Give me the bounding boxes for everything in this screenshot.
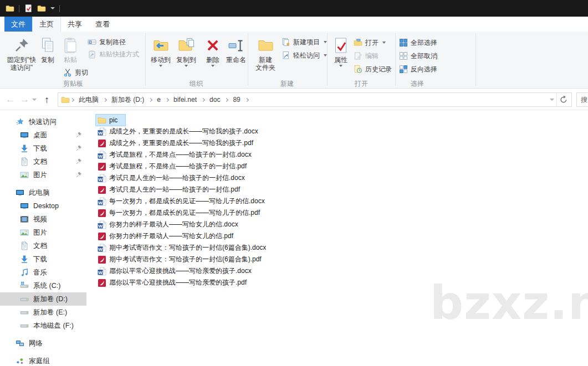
qat-customize-chevron-icon[interactable] [50,7,55,9]
file-row[interactable]: 期中考试寄语作文：写给孩子的一封信(6篇合集).docx [86,242,588,254]
sidebar-item-quick-access[interactable]: 快速访问 [0,115,86,128]
breadcrumb-item-this-pc[interactable]: 此电脑 [75,93,103,106]
file-row[interactable]: 考试只是人生的一站——给孩子的一封信.pdf [86,184,588,195]
breadcrumb-item-e[interactable]: e [153,93,165,106]
forward-button[interactable]: → [20,89,29,110]
file-row[interactable]: 成绩之外，更重要的是成长——写给我的孩子.docx [86,126,588,137]
easy-access-button[interactable]: 轻松访问 [282,50,327,61]
sidebar-item-downloads[interactable]: 下载 [0,252,86,266]
sidebar-item-documents-pinned[interactable]: 文档 [0,155,86,168]
tab-share[interactable]: 共享 [61,17,89,32]
pin-to-quick-access-button[interactable]: 固定到"快 速访问" [6,34,38,71]
dropdown-caret [159,65,162,67]
ribbon-tab-row: 文件 主页 共享 查看 [0,17,588,32]
qat-new-folder-icon[interactable] [37,4,46,13]
dropdown-caret [185,65,188,67]
breadcrumb-item-89[interactable]: 89 [229,93,244,106]
edit-button: 编辑 [354,50,379,61]
select-group-label: 选择 [390,79,445,89]
address-history-chevron-icon[interactable] [550,99,554,101]
history-button[interactable]: 历史记录 [354,64,392,75]
file-row[interactable]: 愿你以平常心迎接挑战——写给亲爱的孩子.pdf [86,277,588,288]
easy-access-label: 轻松访问 [293,51,320,60]
qat-properties-icon[interactable] [24,4,33,13]
rename-button[interactable]: 重命名 [224,34,248,64]
qat-folder-icon[interactable] [6,4,14,13]
sidebar-item-downloads-pinned[interactable]: 下载 [0,142,86,155]
move-to-button[interactable]: 移动到 [149,34,173,67]
pdf-file-icon [98,139,106,148]
cut-button[interactable]: 剪切 [63,67,88,78]
paste-icon [62,37,79,54]
file-row[interactable]: 每一次努力，都是成长的见证——写给儿子的信.docx [86,195,588,207]
sidebar-item-network[interactable]: 网络 [0,337,86,350]
file-row[interactable]: 考试是旅程，不是终点——给孩子的一封信.docx [86,149,588,161]
sidebar-item-drive-d-selected[interactable]: 新加卷 (D:) [0,292,86,306]
sidebar-item-desktop[interactable]: Desktop [0,199,86,213]
copy-to-button[interactable]: 复制到 [174,34,198,67]
file-name: pic [109,116,117,124]
select-all-button[interactable]: 全部选择 [399,37,437,48]
copy-path-button[interactable]: 复制路径 [88,37,126,48]
recent-locations-chevron-icon[interactable] [32,89,37,110]
file-row[interactable]: 成绩之外，更重要的是成长——写给我的孩子.pdf [86,137,588,149]
up-button[interactable]: ↑ [44,89,49,110]
file-row[interactable]: 每一次努力，都是成长的见证——写给儿子的信.pdf [86,207,588,219]
delete-button[interactable]: 删除 [202,34,224,67]
sidebar-item-drive-e[interactable]: 新加卷 (E:) [0,306,86,319]
breadcrumb-item-doc[interactable]: doc [206,93,224,106]
sidebar-item-drive-c[interactable]: 系统 (C:) [0,279,86,292]
file-row[interactable]: 考试只是人生的一站——给孩子的一封信.docx [86,172,588,184]
file-row[interactable]: 期中考试寄语作文：写给孩子的一封信(6篇合集).pdf [86,254,588,265]
cut-icon [63,68,72,77]
organize-group-label: 组织 [147,79,245,89]
cut-label: 剪切 [75,68,88,78]
sidebar-item-music[interactable]: 音乐 [0,266,86,279]
sidebar-item-homegroup[interactable]: 家庭组 [0,354,86,366]
file-row[interactable]: 你努力的样子最动人——写给女儿的信.pdf [86,230,588,242]
sidebar-item-this-pc[interactable]: 此电脑 [0,186,86,199]
pin-icon [13,37,30,54]
sidebar-label: 桌面 [33,131,47,140]
file-name: 期中考试寄语作文：写给孩子的一封信(6篇合集).docx [109,243,266,252]
sidebar-item-desktop-pinned[interactable]: 桌面 [0,128,86,142]
select-none-button[interactable]: 全部取消 [399,50,437,61]
open-button[interactable]: 打开 [354,37,386,48]
sidebar-label: 文档 [33,157,47,167]
file-name: 考试只是人生的一站——给孩子的一封信.pdf [109,185,240,194]
breadcrumb-item-drive-d[interactable]: 新加卷 (D:) [108,93,148,106]
sidebar-item-pictures[interactable]: 图片 [0,226,86,239]
this-pc-icon [16,188,24,197]
copy-button[interactable]: 复制 [37,34,59,64]
file-row[interactable]: 愿你以平常心迎接挑战——写给亲爱的孩子.docx [86,265,588,277]
sidebar-item-pictures-pinned[interactable]: 图片 [0,168,86,182]
file-row-folder-selected[interactable]: pic [86,114,588,126]
word-file-icon [98,244,106,252]
new-item-button[interactable]: 新建项目 [282,37,327,48]
invert-selection-button[interactable]: 反向选择 [399,64,437,75]
sidebar-item-documents[interactable]: 文档 [0,239,86,252]
tab-view[interactable]: 查看 [89,17,116,32]
breadcrumb-item-bifei-net[interactable]: bifei.net [170,93,201,106]
new-folder-button[interactable]: 新建 文件夹 [253,34,278,71]
tab-home[interactable]: 主页 [32,17,61,32]
pdf-file-icon [98,232,106,241]
homegroup-icon [16,357,24,365]
sidebar-item-drive-f[interactable]: 本地磁盘 (F:) [0,319,86,332]
refresh-icon[interactable] [559,95,568,104]
select-all-icon [399,38,408,47]
drive-icon [20,321,29,330]
sidebar-item-videos[interactable]: 视频 [0,213,86,226]
breadcrumb[interactable]: 此电脑 新加卷 (D:) e bifei.net doc 89 [58,92,572,107]
search-input[interactable]: 搜 [576,92,588,107]
invert-selection-label: 反向选择 [411,65,437,74]
edit-icon [354,51,362,60]
back-button[interactable]: ← [6,89,15,110]
file-row[interactable]: 你努力的样子最动人——写给女儿的信.docx [86,219,588,230]
properties-button[interactable]: 属性 [330,34,351,67]
file-name: 愿你以平常心迎接挑战——写给亲爱的孩子.docx [109,266,252,276]
tab-file-menu[interactable]: 文件 [4,17,32,32]
sidebar-label: Desktop [33,202,59,210]
file-list: bzxz.net pic 成绩之外，更重要的是成长——写给我的孩子.docx 成… [86,110,588,366]
file-row[interactable]: 考试是旅程，不是终点——给孩子的一封信.pdf [86,161,588,172]
